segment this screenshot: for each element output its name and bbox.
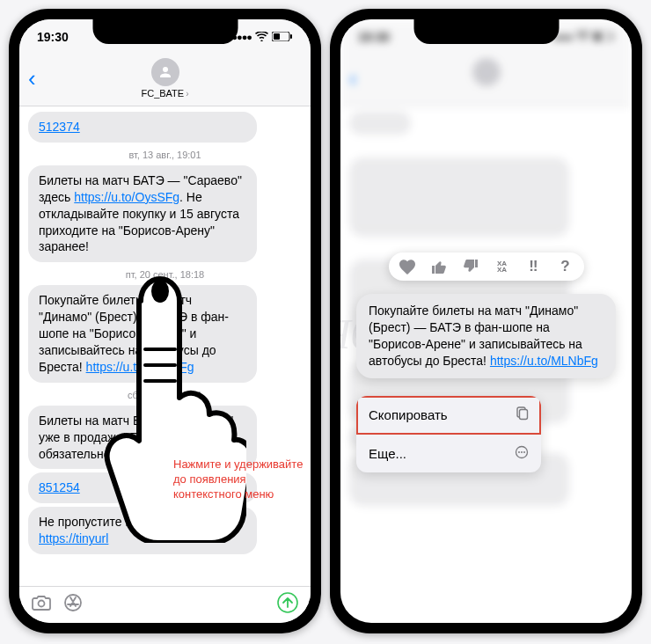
- timestamp: пт, 20 сент., 18:18: [28, 269, 302, 280]
- link[interactable]: https://u.to/MLNbFg: [86, 360, 194, 374]
- reaction-question[interactable]: ?: [556, 258, 575, 275]
- status-time: 19:30: [37, 30, 69, 44]
- svg-point-15: [523, 451, 525, 453]
- sender-name: FC_BATE: [141, 88, 184, 99]
- wifi-icon: [255, 30, 268, 44]
- notch: [413, 19, 559, 44]
- message-bubble[interactable]: Билеты на матч БАТЭ — "Сараево" здесь ht…: [28, 165, 257, 262]
- link[interactable]: https://u.to/MLNbFg: [490, 354, 598, 368]
- reaction-bar: XAXA ‼ ?: [389, 252, 584, 281]
- menu-more-label: Еще...: [369, 446, 406, 461]
- copy-icon: [515, 406, 529, 423]
- send-button[interactable]: [277, 592, 298, 618]
- svg-point-3: [39, 601, 45, 607]
- reaction-exclaim[interactable]: ‼: [524, 258, 544, 275]
- link[interactable]: 512374: [39, 119, 80, 135]
- instruction-text: Нажмите и удерживайте до появления конте…: [173, 457, 305, 502]
- link[interactable]: 851254: [39, 479, 80, 496]
- phone-right: Яблык 19:30 ●●●● ‹: [330, 9, 642, 633]
- notch: [92, 19, 238, 44]
- appstore-icon[interactable]: [63, 593, 83, 617]
- reaction-like[interactable]: [429, 259, 449, 274]
- timestamp: сб, 19 окт., 18:01: [28, 390, 302, 400]
- menu-copy[interactable]: Скопировать: [356, 396, 541, 435]
- reaction-heart[interactable]: [398, 259, 417, 274]
- menu-copy-label: Скопировать: [369, 407, 448, 422]
- nav-bar: ‹ FC_BATE›: [19, 55, 311, 106]
- input-toolbar: [19, 586, 311, 623]
- svg-rect-11: [520, 410, 528, 420]
- more-icon: [515, 445, 529, 462]
- message-list[interactable]: 512374 вт, 13 авг., 19:01 Билеты на матч…: [19, 106, 311, 599]
- link[interactable]: https://tinyurl: [39, 531, 108, 545]
- avatar: [151, 58, 179, 86]
- message-bubble[interactable]: Покупайте билеты на матч "Динамо" (Брест…: [28, 285, 257, 382]
- svg-point-13: [518, 451, 520, 453]
- timestamp: вт, 13 авг., 19:01: [28, 150, 302, 160]
- svg-point-14: [521, 451, 523, 453]
- reaction-haha[interactable]: XAXA: [493, 260, 512, 273]
- message-bubble[interactable]: Не пропустите матч белорусской https://t…: [28, 507, 257, 554]
- camera-icon[interactable]: [32, 595, 51, 615]
- context-menu: Скопировать Еще...: [356, 396, 541, 472]
- message-bubble[interactable]: 512374: [28, 112, 257, 143]
- phone-left: 19:30 ●●●● ‹ FC_BATE› 512374: [9, 9, 321, 633]
- chevron-right-icon: ›: [186, 89, 188, 99]
- menu-more[interactable]: Еще...: [356, 435, 541, 472]
- battery-icon: [272, 30, 293, 44]
- link[interactable]: https://u.to/OysSFg: [74, 190, 179, 204]
- reaction-dislike[interactable]: [461, 259, 480, 274]
- contact-header[interactable]: FC_BATE›: [55, 58, 275, 99]
- focused-message[interactable]: Покупайте билеты на матч "Динамо" (Брест…: [356, 294, 616, 378]
- svg-rect-2: [274, 33, 280, 40]
- back-button[interactable]: ‹: [28, 65, 55, 92]
- svg-rect-1: [290, 34, 292, 39]
